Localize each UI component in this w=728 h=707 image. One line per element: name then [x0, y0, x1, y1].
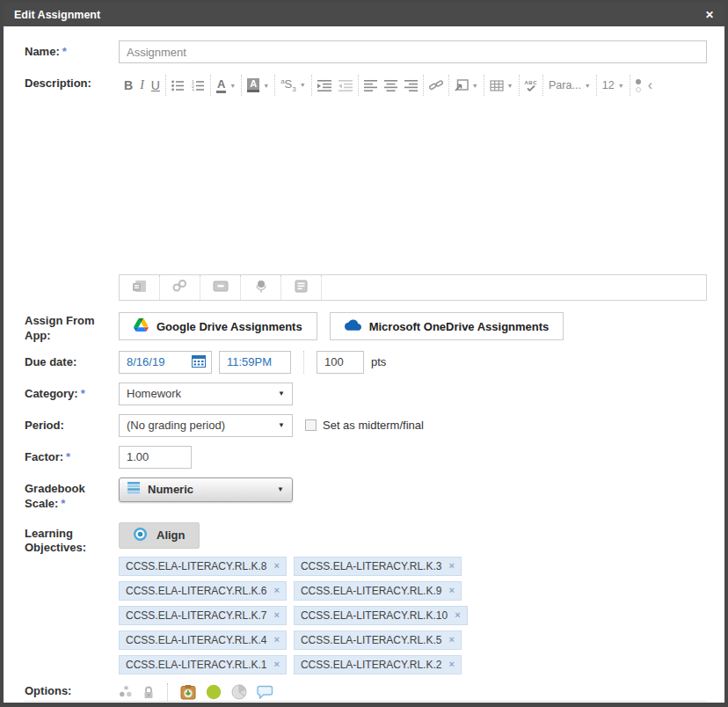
outdent-icon [339, 80, 353, 91]
remove-tag-icon[interactable]: × [448, 660, 454, 669]
file-drawer-button[interactable] [200, 275, 241, 300]
font-size-button[interactable]: 12▼ [599, 80, 628, 91]
factor-label: Factor:* [25, 446, 119, 469]
comments-icon[interactable] [257, 685, 273, 699]
remove-tag-icon[interactable]: × [448, 586, 454, 595]
category-select[interactable]: Homework ▼ [119, 383, 293, 405]
align-center-button[interactable] [381, 80, 401, 91]
assign-from-app-label: Assign From App: [25, 310, 119, 344]
remove-tag-icon[interactable]: × [274, 561, 280, 571]
due-date-row: Due date: 8/16/19 pts [25, 351, 707, 374]
sub-superscript-icon: aS3 [280, 78, 296, 93]
description-editor-footer [119, 274, 707, 301]
assign-individuals-icon[interactable] [119, 685, 133, 698]
description-label: Description: [25, 72, 119, 301]
gradebook-scale-row: Gradebook Scale:* Numeric ▼ [25, 477, 707, 512]
caret-down-icon: ▼ [472, 83, 478, 89]
dropbox-icon[interactable] [180, 684, 196, 700]
italic-button[interactable]: I [136, 79, 148, 91]
dialog-title: Edit Assignment [14, 9, 100, 21]
text-color-button[interactable]: A▼ [213, 78, 239, 93]
notebook-button[interactable] [281, 275, 322, 300]
embed-resource-button[interactable] [120, 275, 160, 300]
midterm-checkbox[interactable] [305, 419, 317, 431]
objective-tag: CCSS.ELA-LITERACY.RL.K.6× [119, 581, 287, 601]
ordered-list-button[interactable]: 123 [188, 80, 208, 91]
unordered-list-icon [171, 80, 185, 91]
caret-down-icon: ▼ [277, 485, 284, 493]
indent-button[interactable] [314, 80, 335, 91]
onedrive-assignments-button[interactable]: Microsoft OneDrive Assignments [330, 312, 564, 340]
highlight-color-button[interactable]: A▼ [244, 78, 273, 92]
link-resources-button[interactable] [160, 275, 200, 300]
remove-tag-icon[interactable]: × [448, 635, 454, 645]
notebook-icon [295, 280, 308, 296]
spellcheck-button[interactable]: ABC [521, 80, 542, 91]
points-input[interactable] [317, 351, 364, 374]
due-time-input[interactable] [219, 351, 291, 374]
gradebook-scale-select[interactable]: Numeric ▼ [119, 477, 293, 502]
midterm-checkbox-label: Set as midterm/final [323, 419, 424, 432]
objective-tag: CCSS.ELA-LITERACY.RL.K.1× [119, 655, 287, 674]
grading-color-icon[interactable] [206, 684, 222, 700]
insert-link-icon [429, 79, 443, 91]
toolbar-collapse-icon: ‹ [648, 78, 652, 92]
record-audio-button[interactable] [241, 275, 281, 300]
objective-tags: CCSS.ELA-LITERACY.RL.K.8×CCSS.ELA-LITERA… [119, 557, 611, 674]
onedrive-icon [345, 319, 361, 333]
edit-assignment-dialog: Edit Assignment ✕ Name:* Description: BI… [0, 0, 728, 707]
objective-tag: CCSS.ELA-LITERACY.RL.K.5× [294, 630, 462, 650]
period-row: Period: (No grading period) ▼ Set as mid… [25, 414, 707, 437]
toolbar-page-dots-button[interactable] [632, 79, 644, 92]
ordered-list-icon: 123 [192, 80, 205, 91]
bold-button[interactable]: B [120, 79, 136, 91]
insert-table-button[interactable]: ▼ [486, 80, 517, 91]
caret-down-icon: ▼ [300, 82, 306, 88]
stats-pie-icon[interactable] [231, 684, 247, 700]
description-editor[interactable] [119, 98, 707, 274]
paragraph-format-button[interactable]: Para...▼ [545, 80, 594, 91]
remove-tag-icon[interactable]: × [274, 586, 280, 595]
align-button[interactable]: Align [119, 522, 200, 549]
align-right-button[interactable] [401, 80, 421, 91]
remove-tag-icon[interactable]: × [455, 610, 460, 620]
due-date-divider [303, 351, 304, 374]
dialog-titlebar: Edit Assignment ✕ [4, 3, 724, 26]
google-drive-assignments-button[interactable]: Google Drive Assignments [119, 312, 317, 340]
insert-media-button[interactable]: ▼ [451, 79, 482, 91]
sub-superscript-button[interactable]: aS3▼ [277, 78, 309, 93]
points-unit-label: pts [371, 355, 386, 368]
name-row: Name:* [25, 40, 707, 63]
outdent-button[interactable] [335, 80, 356, 91]
file-drawer-icon [213, 280, 229, 295]
toolbar-collapse-button[interactable]: ‹ [644, 78, 656, 92]
remove-tag-icon[interactable]: × [274, 660, 280, 669]
factor-row: Factor:* [25, 446, 707, 469]
bold-icon: B [124, 79, 133, 91]
align-left-button[interactable] [360, 80, 381, 91]
objective-tag: CCSS.ELA-LITERACY.RL.K.7× [119, 606, 287, 625]
name-input[interactable] [119, 40, 707, 63]
unordered-list-button[interactable] [168, 80, 188, 91]
underline-button[interactable]: U [148, 79, 164, 91]
align-center-icon [384, 80, 397, 91]
close-icon[interactable]: ✕ [705, 9, 714, 21]
objective-tag: CCSS.ELA-LITERACY.RL.K.2× [294, 655, 462, 674]
factor-input[interactable] [119, 446, 192, 469]
indent-icon [317, 80, 331, 91]
category-label: Category:* [25, 383, 119, 405]
remove-tag-icon[interactable]: × [274, 635, 280, 645]
insert-link-button[interactable] [426, 79, 447, 91]
period-select[interactable]: (No grading period) ▼ [119, 414, 293, 437]
name-label: Name:* [25, 40, 119, 63]
calendar-icon[interactable] [192, 354, 206, 370]
highlight-color-icon: A [247, 78, 259, 92]
underline-icon: U [151, 79, 160, 91]
due-date-input[interactable]: 8/16/19 [119, 351, 212, 374]
remove-tag-icon[interactable]: × [274, 610, 280, 620]
objective-tag-label: CCSS.ELA-LITERACY.RL.K.6 [126, 585, 267, 597]
objective-tag-label: CCSS.ELA-LITERACY.RL.K.8 [126, 560, 267, 572]
align-target-icon [133, 527, 148, 544]
lock-icon[interactable] [142, 685, 155, 699]
remove-tag-icon[interactable]: × [448, 561, 454, 571]
